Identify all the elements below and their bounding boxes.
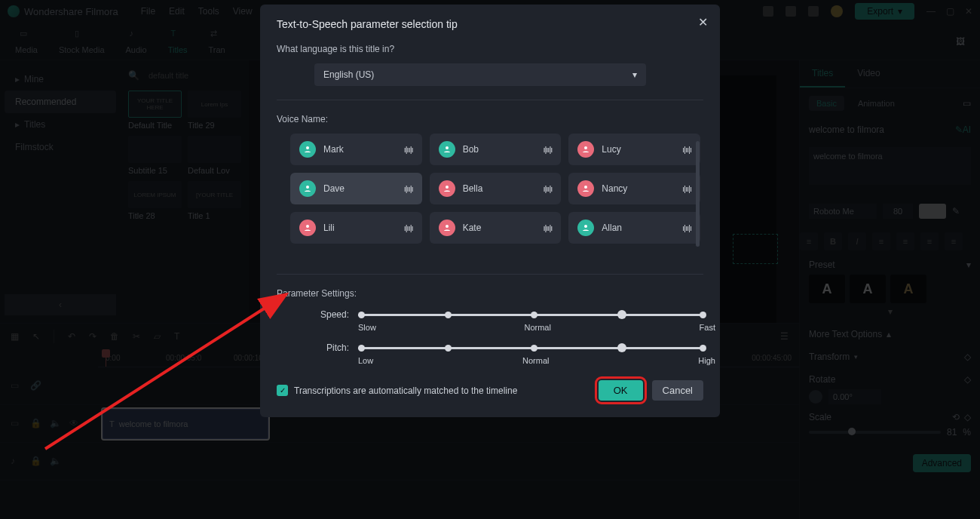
speed-fast: Fast	[700, 323, 715, 332]
modal-overlay: Text-to-Speech parameter selection tip ✕…	[0, 0, 980, 519]
svg-point-3	[306, 186, 309, 189]
svg-point-7	[446, 225, 449, 228]
voice-bella[interactable]: Bellaı|ıı|ı	[430, 173, 562, 204]
voice-dave[interactable]: Daveı|ıı|ı	[290, 173, 422, 204]
avatar-icon	[439, 220, 455, 236]
language-select[interactable]: English (US) ▾	[314, 63, 646, 86]
waveform-icon: ı|ıı|ı	[404, 223, 413, 232]
language-value: English (US)	[323, 69, 374, 80]
svg-point-0	[306, 146, 309, 149]
speed-normal: Normal	[524, 323, 550, 332]
avatar-icon	[299, 220, 316, 236]
svg-point-8	[584, 225, 587, 228]
voice-mark[interactable]: Markı|ıı|ı	[290, 134, 422, 165]
avatar-icon	[299, 180, 316, 197]
waveform-icon: ı|ıı|ı	[682, 145, 691, 154]
tts-modal: Text-to-Speech parameter selection tip ✕…	[260, 5, 720, 417]
language-question: What language is this title in?	[277, 44, 703, 54]
waveform-icon: ı|ıı|ı	[682, 223, 691, 232]
waveform-icon: ı|ıı|ı	[682, 184, 691, 193]
modal-close-button[interactable]: ✕	[698, 15, 708, 29]
chevron-down-icon: ▾	[632, 69, 637, 80]
voice-name-label: Voice Name:	[277, 114, 703, 124]
voice-bob[interactable]: Bobı|ıı|ı	[430, 134, 562, 165]
svg-point-6	[306, 225, 309, 228]
svg-point-1	[446, 146, 449, 149]
svg-point-4	[446, 186, 449, 189]
speed-slider[interactable]	[358, 314, 703, 316]
voice-scrollbar[interactable]	[696, 141, 700, 247]
transcriptions-label: Transcriptions are automatically matched…	[294, 385, 517, 396]
waveform-icon: ı|ıı|ı	[543, 184, 552, 193]
waveform-icon: ı|ıı|ı	[543, 145, 552, 154]
pitch-high: High	[698, 356, 715, 365]
ok-button[interactable]: OK	[599, 380, 643, 401]
voice-grid: Markı|ıı|ı Bobı|ıı|ı Lucyı|ıı|ı Daveı|ıı…	[290, 134, 700, 244]
waveform-icon: ı|ıı|ı	[543, 223, 552, 232]
pitch-slider[interactable]	[358, 347, 703, 349]
cancel-button[interactable]: Cancel	[652, 380, 703, 401]
svg-point-2	[584, 146, 587, 149]
transcriptions-checkbox[interactable]: ✓	[277, 385, 288, 396]
speed-label: Speed:	[304, 309, 349, 320]
voice-nancy[interactable]: Nancyı|ıı|ı	[568, 173, 700, 204]
avatar-icon	[439, 180, 455, 197]
svg-point-5	[584, 186, 587, 189]
pitch-label: Pitch:	[304, 342, 349, 353]
waveform-icon: ı|ıı|ı	[404, 184, 413, 193]
voice-lucy[interactable]: Lucyı|ıı|ı	[568, 134, 700, 165]
avatar-icon	[577, 141, 594, 158]
modal-title: Text-to-Speech parameter selection tip	[277, 18, 703, 30]
voice-allan[interactable]: Allanı|ıı|ı	[568, 212, 700, 244]
param-settings-label: Parameter Settings:	[277, 288, 703, 299]
avatar-icon	[439, 141, 455, 158]
speed-slow: Slow	[358, 323, 376, 332]
avatar-icon	[577, 180, 594, 197]
voice-kate[interactable]: Kateı|ıı|ı	[430, 212, 562, 244]
pitch-normal: Normal	[522, 356, 549, 365]
waveform-icon: ı|ıı|ı	[404, 145, 413, 154]
avatar-icon	[577, 220, 594, 236]
pitch-low: Low	[358, 356, 373, 365]
voice-lili[interactable]: Liliı|ıı|ı	[290, 212, 422, 244]
avatar-icon	[299, 141, 316, 158]
